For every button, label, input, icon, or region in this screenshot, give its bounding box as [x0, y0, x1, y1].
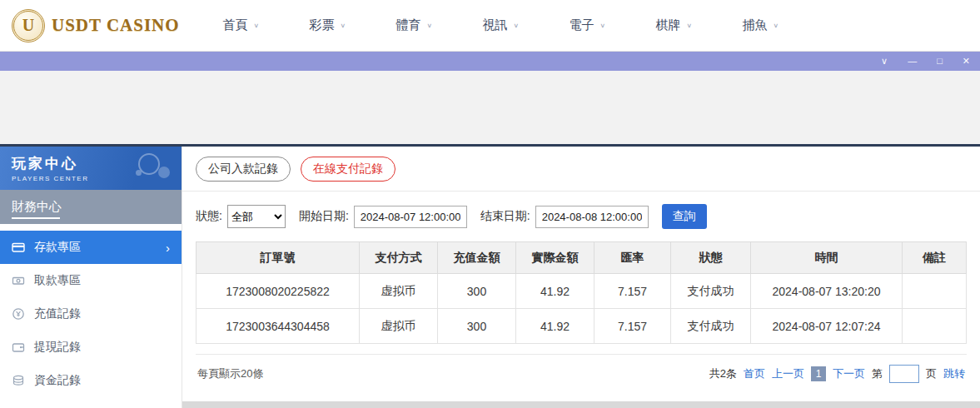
decorative-circle [136, 170, 142, 176]
logo: U USDT CASINO [12, 9, 180, 42]
jump-page-input[interactable] [889, 365, 919, 383]
sidebar-item-label: 資金記錄 [34, 373, 81, 388]
pagination-bar: 每頁顯示20條 共2条 首页 上一页 1 下一页 第 页 跳转 [196, 354, 967, 391]
jump-suffix-label: 页 [926, 366, 937, 381]
content: 公司入款記錄 在線支付記錄 狀態: 全部 開始日期: 结束日期: 查詢 [182, 147, 980, 408]
column-header-pay-method: 支付方式 [360, 242, 438, 274]
column-header-status: 狀態 [671, 242, 751, 274]
section-underline [12, 217, 60, 219]
chevron-down-icon: ∨ [427, 22, 433, 29]
start-date-label: 開始日期: [299, 209, 349, 224]
table-header-row: 訂單號 支付方式 充值金額 實際金額 匯率 狀態 時間 備註 [196, 242, 967, 274]
nav-item-label: 棋牌 [656, 17, 681, 33]
chevron-down-icon: ∨ [514, 22, 520, 29]
nav-item-lottery[interactable]: 彩票 ∨ [310, 17, 396, 33]
sidebar-item-funds-records[interactable]: 資金記錄 [0, 364, 182, 397]
cell-rate: 7.157 [594, 274, 671, 309]
jump-prefix-label: 第 [872, 366, 883, 381]
bottom-strip [182, 401, 980, 408]
chevron-down-icon: ∨ [687, 22, 693, 29]
cell-status: 支付成功 [671, 274, 751, 309]
cell-order-no: 1723003644304458 [196, 309, 360, 344]
chevron-down-icon: ∨ [254, 22, 260, 29]
cell-rate: 7.157 [594, 309, 671, 344]
column-header-amount: 充值金額 [438, 242, 516, 274]
page-size-text: 每頁顯示20條 [197, 366, 263, 381]
filter-bar: 狀態: 全部 開始日期: 结束日期: 查詢 [182, 192, 980, 241]
spacer [0, 71, 980, 144]
sidebar-item-label: 存款專區 [34, 240, 81, 255]
cell-time: 2024-08-07 13:20:20 [751, 274, 903, 309]
main-area: 玩家中心 PLAYERS CENTER 財務中心 存款專區 › [0, 144, 980, 408]
nav-item-board-games[interactable]: 棋牌 ∨ [656, 17, 743, 33]
column-header-actual-amount: 實際金額 [516, 242, 594, 274]
status-select[interactable]: 全部 [227, 205, 286, 228]
window-title-bar: ∨ — □ ✕ [0, 52, 980, 71]
nav-item-label: 電子 [570, 17, 594, 33]
nav-item-label: 視訊 [483, 17, 508, 33]
sidebar-item-label: 充值記錄 [34, 306, 81, 321]
total-count: 共2条 [709, 366, 737, 381]
start-date-input[interactable] [354, 206, 467, 228]
logo-icon: U [12, 9, 45, 42]
nav-item-label: 彩票 [310, 17, 335, 33]
cell-time: 2024-08-07 12:07:24 [751, 309, 903, 344]
top-header: U USDT CASINO 首頁 ∨ 彩票 ∨ 體育 ∨ 視訊 ∨ 電子 [0, 0, 980, 52]
next-page-link[interactable]: 下一页 [833, 366, 865, 381]
nav-item-sports[interactable]: 體育 ∨ [396, 17, 483, 33]
sidebar-item-deposit[interactable]: 存款專區 › [0, 231, 182, 264]
maximize-icon[interactable]: □ [937, 57, 943, 66]
sidebar-item-withdraw[interactable]: 取款專區 [0, 264, 182, 297]
end-date-label: 结束日期: [480, 209, 530, 224]
tabs-row: 公司入款記錄 在線支付記錄 [182, 147, 980, 192]
jump-button[interactable]: 跳转 [943, 366, 965, 381]
search-button[interactable]: 查詢 [662, 204, 707, 229]
nav-item-live-video[interactable]: 視訊 ∨ [483, 17, 570, 33]
sidebar-section-finance: 財務中心 [0, 190, 182, 224]
nav-item-home[interactable]: 首頁 ∨ [223, 17, 310, 33]
column-header-rate: 匯率 [594, 242, 671, 274]
column-header-remark: 備註 [903, 242, 967, 274]
sidebar-header: 玩家中心 PLAYERS CENTER [0, 147, 182, 190]
cell-order-no: 1723008020225822 [196, 274, 360, 309]
chevron-right-icon: › [166, 241, 170, 255]
records-table-wrap: 訂單號 支付方式 充值金額 實際金額 匯率 狀態 時間 備註 172300802 [182, 241, 980, 344]
status-label: 狀態: [196, 209, 222, 224]
coin-yuan-icon [12, 307, 25, 321]
chevron-down-icon: ∨ [600, 22, 606, 29]
tab-company-deposit-records[interactable]: 公司入款記錄 [196, 157, 291, 182]
current-page-badge[interactable]: 1 [811, 366, 826, 381]
cell-remark [903, 274, 967, 309]
cell-status: 支付成功 [671, 309, 751, 344]
banknote-icon [12, 274, 25, 287]
nav-item-label: 捕魚 [743, 17, 768, 33]
coin-stack-icon [12, 374, 25, 387]
collapse-icon[interactable]: ∨ [881, 57, 888, 66]
logo-badge-letter: U [22, 16, 34, 35]
first-page-link[interactable]: 首页 [744, 366, 765, 381]
main-nav: 首頁 ∨ 彩票 ∨ 體育 ∨ 視訊 ∨ 電子 ∨ 棋牌 ∨ [223, 17, 829, 33]
chevron-down-icon: ∨ [341, 22, 346, 29]
cell-amount: 300 [438, 274, 516, 309]
cell-actual-amount: 41.92 [516, 274, 594, 309]
sidebar-item-recharge-records[interactable]: 充值記錄 [0, 297, 182, 331]
cell-amount: 300 [438, 309, 516, 344]
nav-item-slots[interactable]: 電子 ∨ [570, 17, 656, 33]
nav-item-label: 體育 [396, 17, 421, 33]
tab-online-payment-records[interactable]: 在線支付記錄 [301, 157, 395, 182]
logo-text: USDT CASINO [52, 15, 180, 36]
minimize-icon[interactable]: — [908, 57, 917, 66]
nav-item-label: 首頁 [223, 17, 248, 33]
wallet-icon [12, 341, 25, 354]
nav-item-fishing[interactable]: 捕魚 ∨ [743, 17, 829, 33]
page: U USDT CASINO 首頁 ∨ 彩票 ∨ 體育 ∨ 視訊 ∨ 電子 [0, 0, 980, 408]
sidebar-item-label: 取款專區 [34, 273, 81, 288]
table-row: 1723008020225822 虚拟币 300 41.92 7.157 支付成… [196, 274, 967, 309]
column-header-order-no: 訂單號 [196, 242, 360, 274]
table-row: 1723003644304458 虚拟币 300 41.92 7.157 支付成… [196, 309, 967, 344]
prev-page-link[interactable]: 上一页 [772, 366, 804, 381]
sidebar-item-withdrawal-records[interactable]: 提現記錄 [0, 331, 182, 364]
sidebar-menu: 存款專區 › 取款專區 充值記錄 [0, 224, 182, 397]
end-date-input[interactable] [535, 206, 649, 228]
close-icon[interactable]: ✕ [963, 57, 970, 66]
